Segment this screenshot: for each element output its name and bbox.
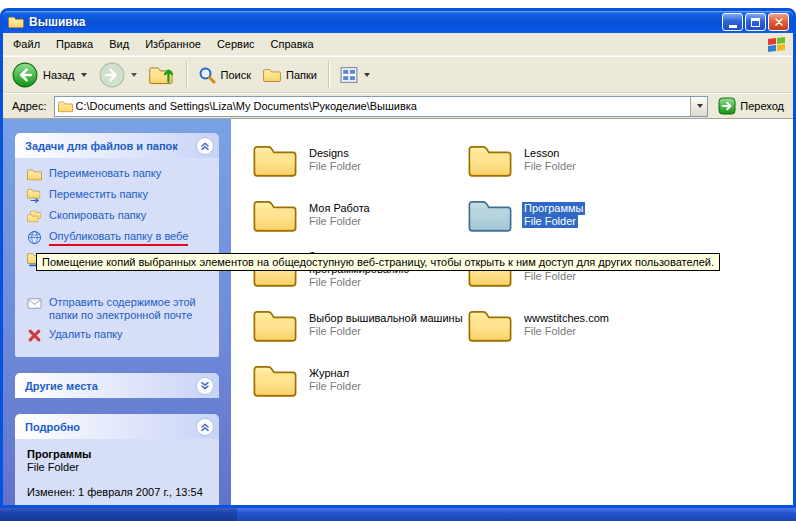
folder-item-moya-rabota[interactable]: Моя РаботаFile Folder [253, 187, 468, 242]
folder-item-vybor-mashiny[interactable]: Выбор вышивальной машиныFile Folder [253, 297, 468, 352]
folder-type: File Folder [307, 380, 363, 393]
menu-favorites[interactable]: Избранное [137, 35, 209, 53]
explorer-window: Вышивка Файл Правка Вид Избранное Сервис… [0, 8, 796, 508]
toolbar-separator [328, 62, 329, 88]
close-button[interactable] [768, 13, 789, 31]
windows-logo-icon [768, 37, 785, 52]
menu-help[interactable]: Справка [263, 35, 322, 53]
details-type: File Folder [27, 461, 213, 474]
go-label: Переход [740, 100, 784, 112]
window-body: Задачи для файлов и папок Переименовать … [3, 119, 793, 505]
back-label: Назад [43, 69, 75, 81]
copy-folder-icon [27, 209, 42, 224]
minimize-button[interactable] [722, 13, 743, 31]
email-icon [27, 296, 42, 311]
menu-tools[interactable]: Сервис [209, 35, 263, 53]
views-dropdown-icon [364, 73, 370, 77]
taskbar-left-segment [0, 508, 237, 521]
task-label: Отправить содержимое этой папки по элект… [49, 296, 213, 322]
forward-dropdown-icon [131, 73, 137, 77]
views-button[interactable] [335, 63, 375, 87]
folder-type: File Folder [307, 160, 363, 173]
folders-button[interactable]: Папки [258, 63, 322, 87]
folder-name: Lesson [522, 147, 561, 160]
back-button[interactable]: Назад [7, 59, 92, 91]
folders-label: Папки [286, 69, 317, 81]
task-label: Удалить папку [49, 328, 123, 341]
maximize-button[interactable] [745, 13, 766, 31]
folder-name: Программы [522, 202, 585, 215]
folder-icon [468, 307, 512, 343]
window-folder-icon [8, 15, 24, 29]
delete-icon [27, 328, 42, 343]
up-folder-icon [149, 62, 175, 88]
folder-type: File Folder [307, 325, 363, 338]
go-button[interactable]: Переход [715, 97, 787, 115]
other-places-header[interactable]: Другие места [15, 373, 219, 398]
back-icon [12, 62, 38, 88]
menu-edit[interactable]: Правка [48, 35, 101, 53]
menu-view[interactable]: Вид [101, 35, 137, 53]
address-input[interactable] [73, 100, 691, 112]
task-rename-folder[interactable]: Переименовать папку [27, 167, 213, 182]
details-name: Программы [27, 448, 213, 461]
expand-chevron-icon[interactable] [196, 377, 214, 395]
task-delete-folder[interactable]: Удалить папку [27, 328, 213, 343]
file-tasks-header[interactable]: Задачи для файлов и папок [15, 133, 219, 158]
folder-type: File Folder [522, 270, 578, 283]
address-folder-icon [58, 100, 73, 113]
task-label: Скопировать папку [49, 209, 146, 222]
section-file-tasks: Задачи для файлов и папок Переименовать … [15, 133, 219, 357]
go-icon [718, 97, 736, 115]
menubar: Файл Правка Вид Избранное Сервис Справка [3, 33, 793, 56]
views-icon [340, 66, 358, 84]
dropdown-arrow-icon [697, 104, 703, 108]
folder-item-programmy-selected[interactable]: ПрограммыFile Folder [468, 187, 683, 242]
titlebar: Вышивка [3, 11, 793, 33]
folder-type: File Folder [307, 215, 363, 228]
address-dropdown-button[interactable] [690, 97, 707, 116]
window-title: Вышивка [29, 15, 717, 29]
task-label: Опубликовать папку в вебе [49, 230, 188, 246]
search-icon [198, 66, 216, 84]
folder-name: wwwstitches.com [522, 312, 611, 325]
folder-item-designs[interactable]: DesignsFile Folder [253, 132, 468, 187]
up-button[interactable] [144, 59, 180, 91]
task-copy-folder[interactable]: Скопировать папку [27, 209, 213, 224]
close-icon [774, 17, 784, 27]
task-label: Переименовать папку [49, 167, 161, 180]
toolbar-separator [186, 62, 187, 88]
folder-type: File Folder [522, 215, 578, 228]
folder-name: Designs [307, 147, 351, 160]
forward-icon [99, 62, 125, 88]
task-move-folder[interactable]: Переместить папку [27, 188, 213, 203]
collapse-chevron-icon[interactable] [196, 137, 214, 155]
collapse-chevron-icon[interactable] [196, 418, 214, 436]
section-details: Подробно Программы File Folder Изменен: … [15, 414, 219, 505]
folder-icon [253, 197, 297, 233]
search-button[interactable]: Поиск [193, 63, 256, 87]
forward-button[interactable] [94, 59, 142, 91]
folder-icon [468, 197, 512, 233]
minimize-icon [729, 25, 737, 28]
search-label: Поиск [221, 69, 251, 81]
details-header[interactable]: Подробно [15, 414, 219, 439]
taskbar[interactable] [0, 508, 796, 521]
file-tasks-title: Задачи для файлов и папок [25, 140, 178, 152]
folder-list: DesignsFile Folder LessonFile Folder Моя… [231, 119, 793, 505]
task-email-folder[interactable]: Отправить содержимое этой папки по элект… [27, 296, 213, 322]
folder-item-zhurnal[interactable]: ЖурналFile Folder [253, 352, 468, 407]
details-body: Программы File Folder Изменен: 1 февраля… [15, 439, 219, 505]
menu-file[interactable]: Файл [5, 35, 48, 53]
folder-item-wwwstitches[interactable]: wwwstitches.comFile Folder [468, 297, 683, 352]
rename-folder-icon [27, 167, 42, 182]
details-title: Подробно [25, 421, 80, 433]
tooltip: Помещение копий выбранных элементов на о… [36, 253, 720, 271]
folder-type: File Folder [307, 276, 363, 289]
publish-web-icon [27, 230, 42, 245]
task-pane: Задачи для файлов и папок Переименовать … [3, 119, 231, 505]
folder-item-lesson[interactable]: LessonFile Folder [468, 132, 683, 187]
folder-icon [253, 142, 297, 178]
task-publish-folder-web[interactable]: Опубликовать папку в вебе [27, 230, 213, 246]
back-dropdown-icon [81, 73, 87, 77]
